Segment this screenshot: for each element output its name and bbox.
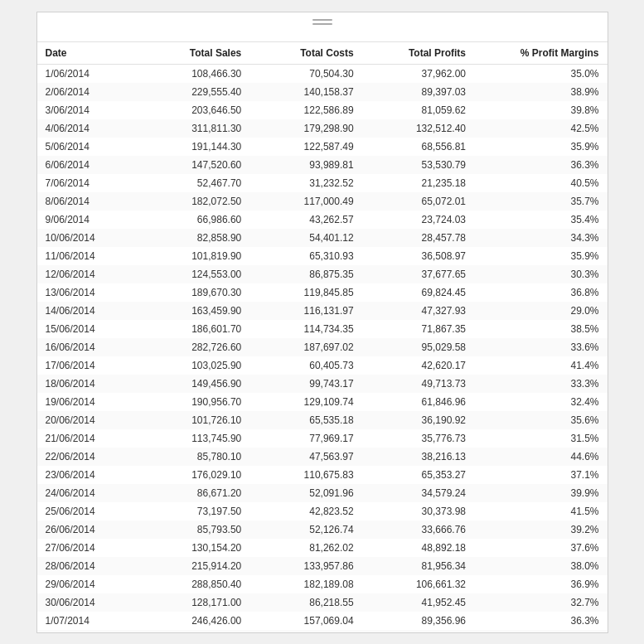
table-cell: 157,069.04 [249, 612, 361, 630]
table-cell: 10/06/2014 [37, 229, 130, 247]
col-header-profit-margins: % Profit Margins [474, 42, 608, 65]
table-cell: 9/06/2014 [37, 211, 130, 229]
table-cell: 65,535.18 [249, 411, 361, 429]
table-cell: 30/06/2014 [37, 593, 130, 612]
table-cell: 14/06/2014 [37, 302, 130, 320]
table-cell: 81,262.02 [249, 539, 361, 557]
table-row: 30/06/2014128,171.0086,218.5541,952.4532… [37, 593, 608, 612]
table-cell: 101,819.90 [130, 247, 250, 265]
table-cell: 116,131.97 [249, 302, 361, 320]
table-cell: 4/06/2014 [37, 119, 130, 138]
table-cell: 81,059.62 [362, 101, 474, 119]
table-cell: 21,235.18 [362, 174, 474, 192]
table-cell: 23,724.03 [362, 211, 474, 229]
table-cell: 23/06/2014 [37, 466, 130, 484]
table-cell: 129,109.74 [249, 393, 361, 411]
table-body: 1/06/2014108,466.3070,504.3037,962.0035.… [37, 64, 608, 632]
table-wrapper[interactable]: Date Total Sales Total Costs Total Profi… [37, 42, 608, 632]
table-cell: 27/06/2014 [37, 539, 130, 557]
table-cell: 16/06/2014 [37, 338, 130, 356]
table-cell: 203,646.50 [130, 101, 250, 119]
table-cell: 7/06/2014 [37, 174, 130, 192]
table-cell: 33.6% [474, 338, 608, 356]
table-cell: 189,670.30 [130, 283, 250, 302]
table-cell: 30.3% [474, 265, 608, 283]
table-cell: 36.9% [474, 575, 608, 593]
table-cell: 37.1% [474, 466, 608, 484]
table-row: 3/06/2014203,646.50122,586.8981,059.6239… [37, 101, 608, 119]
table-cell: 81,956.34 [362, 557, 474, 575]
table-cell: 15/06/2014 [37, 320, 130, 338]
table-cell: 13/06/2014 [37, 283, 130, 302]
table-cell: 47,563.97 [249, 448, 361, 466]
table-cell: 186,601.70 [130, 320, 250, 338]
table-cell: 99,743.17 [249, 375, 361, 393]
table-cell: 20/06/2014 [37, 411, 130, 429]
table-cell: 37,962.00 [362, 64, 474, 83]
table-cell: 52,126.74 [249, 521, 361, 539]
table-cell: 39.2% [474, 521, 608, 539]
table-cell: 36.8% [474, 283, 608, 302]
table-row: 18/06/2014149,456.9099,743.1749,713.7333… [37, 375, 608, 393]
table-row: 27/06/2014130,154.2081,262.0248,892.1837… [37, 539, 608, 557]
table-cell: 215,914.20 [130, 557, 250, 575]
table-cell: 42.5% [474, 119, 608, 138]
table-cell: 119,845.85 [249, 283, 361, 302]
table-cell: 93,989.81 [249, 156, 361, 174]
table-cell: 86,218.55 [249, 593, 361, 612]
table-cell: 54,262.43 [362, 630, 474, 632]
table-cell: 28,457.78 [362, 229, 474, 247]
table-header-row: Date Total Sales Total Costs Total Profi… [37, 42, 608, 65]
table-cell: 22/06/2014 [37, 448, 130, 466]
table-cell: 71,811.47 [249, 630, 361, 632]
col-header-date: Date [37, 42, 130, 65]
table-cell: 29.0% [474, 302, 608, 320]
table-cell: 31,232.52 [249, 174, 361, 192]
table-cell: 40.5% [474, 174, 608, 192]
table-cell: 12/06/2014 [37, 265, 130, 283]
table-cell: 85,780.10 [130, 448, 250, 466]
table-cell: 48,892.18 [362, 539, 474, 557]
table-cell: 128,171.00 [130, 593, 250, 612]
table-row: 1/07/2014246,426.00157,069.0489,356.9636… [37, 612, 608, 630]
table-cell: 37.6% [474, 539, 608, 557]
table-cell: 35,776.73 [362, 429, 474, 448]
table-row: 2/07/2014126,073.9071,811.4754,262.4343.… [37, 630, 608, 632]
table-cell: 108,466.30 [130, 64, 250, 83]
data-table: Date Total Sales Total Costs Total Profi… [37, 42, 608, 632]
more-options-icon[interactable] [594, 27, 598, 30]
table-cell: 65,072.01 [362, 192, 474, 211]
table-cell: 122,586.89 [249, 101, 361, 119]
table-cell: 1/06/2014 [37, 64, 130, 83]
table-cell: 47,327.93 [362, 302, 474, 320]
table-cell: 24/06/2014 [37, 484, 130, 502]
table-cell: 38.9% [474, 83, 608, 101]
table-row: 13/06/2014189,670.30119,845.8569,824.453… [37, 283, 608, 302]
table-cell: 2/06/2014 [37, 83, 130, 101]
table-cell: 8/06/2014 [37, 192, 130, 211]
table-cell: 114,734.35 [249, 320, 361, 338]
table-cell: 49,713.73 [362, 375, 474, 393]
drag-handle[interactable] [312, 19, 332, 25]
drag-handle-line-2 [312, 23, 332, 25]
table-row: 12/06/2014124,553.0086,875.3537,677.6530… [37, 265, 608, 283]
table-cell: 36,190.92 [362, 411, 474, 429]
table-row: 6/06/2014147,520.6093,989.8153,530.7936.… [37, 156, 608, 174]
table-cell: 182,189.08 [249, 575, 361, 593]
table-cell: 89,356.96 [362, 612, 474, 630]
table-cell: 35.7% [474, 192, 608, 211]
table-cell: 106,661.32 [362, 575, 474, 593]
table-cell: 31.5% [474, 429, 608, 448]
table-cell: 37,677.65 [362, 265, 474, 283]
table-cell: 19/06/2014 [37, 393, 130, 411]
table-cell: 124,553.00 [130, 265, 250, 283]
table-cell: 42,620.17 [362, 356, 474, 375]
table-row: 21/06/2014113,745.9077,969.1735,776.7331… [37, 429, 608, 448]
expand-icon[interactable] [584, 27, 588, 30]
table-cell: 36.3% [474, 612, 608, 630]
table-row: 26/06/201485,793.5052,126.7433,666.7639.… [37, 521, 608, 539]
header-icons [584, 27, 598, 30]
widget-container: Date Total Sales Total Costs Total Profi… [36, 12, 608, 633]
table-cell: 191,144.30 [130, 138, 250, 156]
table-cell: 70,504.30 [249, 64, 361, 83]
